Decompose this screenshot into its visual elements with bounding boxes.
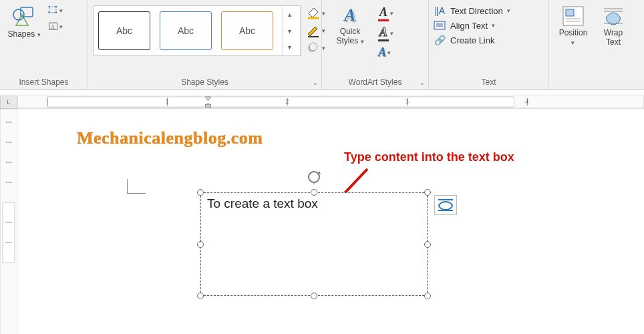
wrap-text-button[interactable]: Wrap Text — [593, 3, 633, 49]
style-thumb-3[interactable]: Abc — [221, 11, 273, 50]
group-wordart-styles: A QuickStyles ▾ A▾ A▾ A▾ WordArt Styles … — [322, 0, 429, 90]
wrap-text-icon — [602, 5, 625, 27]
ruler-corner: L — [0, 96, 17, 109]
group-text: ∥A Text Direction ▾ Align Text ▾ 🔗 Creat… — [429, 0, 549, 90]
svg-point-4 — [48, 6, 50, 8]
dialog-launcher-icon[interactable]: ▫ — [311, 79, 320, 88]
position-label: Position — [559, 28, 588, 37]
chevron-down-icon: ▾ — [59, 7, 63, 14]
svg-point-6 — [48, 11, 50, 13]
text-direction-button[interactable]: ∥A Text Direction ▾ — [433, 5, 510, 16]
svg-text:2: 2 — [285, 98, 289, 106]
link-icon: 🔗 — [433, 35, 446, 45]
svg-text:3: 3 — [406, 98, 409, 106]
text-outline-button[interactable]: A▾ — [378, 25, 393, 41]
chevron-down-icon: ▾ — [390, 30, 393, 37]
svg-point-5 — [55, 6, 57, 8]
svg-rect-35 — [205, 104, 210, 107]
svg-rect-37 — [3, 202, 15, 263]
resize-handle[interactable] — [311, 189, 317, 196]
resize-handle[interactable] — [311, 293, 317, 299]
watermark-text: Mechanicalengblog.com — [77, 128, 263, 148]
svg-text:A: A — [51, 24, 55, 30]
page-margin-mark — [127, 179, 146, 194]
align-text-label: Align Text — [450, 21, 488, 31]
resize-handle[interactable] — [424, 189, 431, 196]
chevron-down-icon: ▾ — [59, 23, 63, 30]
resize-handle[interactable] — [197, 293, 204, 299]
position-button[interactable]: Position▾ — [553, 3, 593, 50]
layout-options-icon — [437, 198, 454, 212]
resize-handle[interactable] — [424, 241, 431, 248]
wordart-a-icon: A — [344, 5, 355, 25]
ribbon: Shapes ▾ ▾ A ▾ Insert Shapes Abc Abc Abc — [0, 0, 644, 90]
wrap-text-label: Wrap Text — [604, 28, 623, 47]
group-label: Insert Shapes — [4, 76, 84, 88]
gallery-down-icon[interactable]: ▾ — [283, 23, 296, 39]
horizontal-ruler[interactable]: 1 2 3 4 — [17, 96, 644, 109]
position-icon — [562, 5, 585, 27]
rotate-handle-icon[interactable] — [307, 170, 321, 184]
svg-text:1: 1 — [166, 98, 169, 106]
document-page[interactable]: Mechanicalengblog.com Type content into … — [27, 114, 644, 334]
chevron-down-icon: ▾ — [390, 10, 393, 17]
paint-bucket-icon — [306, 7, 321, 20]
gallery-more-icon[interactable]: ▾ — [283, 39, 296, 55]
edit-shape-button[interactable]: ▾ — [48, 4, 63, 17]
svg-text:4: 4 — [525, 98, 528, 106]
text-outline-icon: A — [378, 25, 389, 41]
text-fill-icon: A — [378, 5, 389, 21]
effects-icon — [306, 41, 321, 55]
svg-point-7 — [55, 11, 57, 13]
layout-options-button[interactable] — [434, 195, 457, 215]
pen-icon — [306, 24, 321, 37]
svg-point-45 — [309, 172, 319, 182]
selected-textbox[interactable]: To create a text box — [200, 192, 428, 296]
text-effects-icon: A — [378, 45, 386, 59]
chevron-down-icon: ▾ — [571, 39, 575, 46]
svg-rect-12 — [434, 21, 445, 29]
group-label: Shape Styles — [92, 76, 317, 88]
group-shape-styles: Abc Abc Abc ▴ ▾ ▾ ▾ ▾ — [88, 0, 322, 90]
chevron-down-icon: ▾ — [507, 7, 510, 14]
shapes-icon — [12, 5, 36, 28]
group-insert-shapes: Shapes ▾ ▾ A ▾ Insert Shapes — [0, 0, 88, 90]
shapes-button[interactable]: Shapes ▾ — [4, 3, 44, 42]
resize-handle[interactable] — [424, 293, 431, 299]
resize-handle[interactable] — [197, 241, 204, 248]
group-arrange: Position▾ Wrap Text — [549, 0, 644, 90]
annotation-text: Type content into the text box — [344, 150, 514, 164]
svg-rect-23 — [47, 97, 514, 107]
create-link-button[interactable]: 🔗 Create Link — [433, 35, 510, 45]
create-link-label: Create Link — [450, 35, 494, 45]
quick-styles-button[interactable]: A QuickStyles ▾ — [326, 3, 374, 49]
align-text-icon — [433, 20, 446, 31]
align-text-button[interactable]: Align Text ▾ — [433, 20, 510, 31]
chevron-down-icon: ▾ — [361, 38, 364, 45]
textbox-content[interactable]: To create a text box — [207, 196, 424, 292]
text-direction-icon: ∥A — [433, 5, 446, 16]
svg-rect-16 — [566, 9, 574, 16]
chevron-down-icon: ▾ — [387, 49, 391, 56]
group-label: WordArt Styles — [326, 76, 424, 88]
group-label: Text — [433, 76, 544, 88]
chevron-down-icon: ▾ — [37, 31, 41, 38]
text-direction-label: Text Direction — [450, 6, 503, 16]
gallery-scroll[interactable]: ▴ ▾ ▾ — [283, 6, 296, 55]
group-label — [553, 76, 640, 88]
draw-textbox-button[interactable]: A ▾ — [48, 20, 63, 33]
shapes-label: Shapes — [7, 29, 35, 39]
gallery-up-icon[interactable]: ▴ — [283, 6, 296, 23]
text-effects-button[interactable]: A▾ — [378, 45, 393, 59]
vertical-ruler[interactable] — [0, 109, 17, 334]
svg-point-11 — [309, 43, 317, 51]
style-thumb-1[interactable]: Abc — [98, 11, 150, 50]
dialog-launcher-icon[interactable]: ▫ — [418, 79, 427, 88]
shape-style-gallery[interactable]: Abc Abc Abc ▴ ▾ ▾ — [94, 5, 301, 56]
resize-handle[interactable] — [197, 189, 204, 196]
style-thumb-2[interactable]: Abc — [160, 11, 212, 50]
chevron-down-icon: ▾ — [492, 22, 495, 29]
text-fill-button[interactable]: A▾ — [378, 5, 393, 21]
svg-rect-3 — [49, 7, 56, 12]
